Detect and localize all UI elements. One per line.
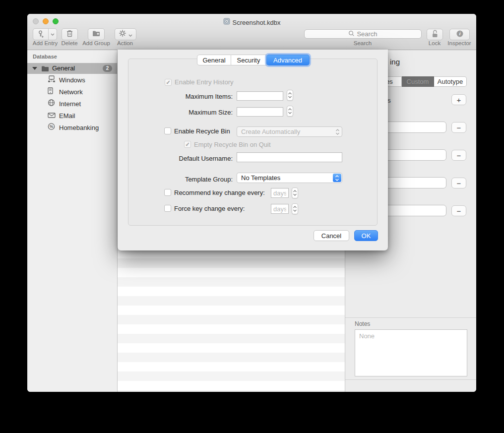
document-icon [223,18,230,27]
divider [345,379,476,380]
recommend-key-change-label: Recommend key change every: [174,189,265,196]
sidebar-item-label: Homebanking [59,124,99,131]
ok-button[interactable]: OK [354,230,378,241]
divider [345,317,476,318]
search-icon [348,30,355,38]
sidebar-item-label: EMail [59,112,75,120]
lock-icon [431,29,439,40]
server-icon [48,87,53,96]
database-settings-dialog: General Security Advanced ✓ Enable Entry… [118,50,388,250]
popup-chevrons-icon [335,128,340,137]
force-key-change-days-input [271,204,289,214]
add-custom-field-button[interactable]: + [451,94,466,105]
default-username-label: Default Username: [137,154,233,164]
notes-textarea[interactable] [355,329,467,376]
enable-recycle-bin-checkbox[interactable] [164,127,171,134]
force-key-change-label: Force key change every: [174,205,245,212]
trash-icon [66,30,73,39]
sidebar-item-windows[interactable]: Windows [27,74,117,86]
folder-icon [41,65,49,74]
app-window: Screenshot.kdbx Add Entry Delete Add Gro… [27,14,476,392]
disclosure-triangle-icon[interactable] [32,67,37,70]
sidebar-item-internet[interactable]: Internet [27,98,117,110]
recommend-key-change-days-input [271,188,289,198]
sidebar-item-email[interactable]: EMail [27,110,117,122]
sidebar-item-network[interactable]: Network [27,86,117,98]
search-placeholder: Search [357,30,377,38]
inspector-title: ing [390,58,400,66]
svg-text:%: % [50,124,54,129]
chevron-down-icon [128,30,132,39]
action-label: Action [113,40,137,46]
sidebar-item-general[interactable]: General 2 [27,63,117,74]
popup-chevrons-icon [333,174,341,182]
empty-recycle-bin-checkbox: ✓ [184,141,191,148]
add-group-button[interactable] [88,28,105,40]
maximum-size-stepper[interactable] [287,106,293,117]
delete-label: Delete [57,40,82,46]
maximum-size-input[interactable] [237,107,283,117]
search-label: Search [338,40,387,46]
delete-button[interactable] [62,28,78,40]
remove-custom-field-button[interactable]: − [451,205,466,216]
template-group-label: Template Group: [137,174,233,185]
tab-general[interactable]: General [197,55,231,65]
sidebar-item-label: Internet [59,100,81,108]
lock-button[interactable] [427,29,443,40]
remove-custom-field-button[interactable]: − [451,178,466,188]
empty-recycle-bin-label: Empty Recycle Bin on Quit [194,141,271,148]
envelope-icon [48,111,56,120]
template-group-popup[interactable]: No Templates [237,173,342,183]
popup-value: Create Automatically [241,127,300,136]
add-group-label: Add Group [79,40,114,46]
notes-label: Notes [355,320,370,327]
sidebar-item-label: General [52,64,75,72]
gear-icon [119,29,126,39]
maximum-size-label: Maximum Size: [137,108,233,117]
settings-tabbar: General Security Advanced [197,55,310,65]
tab-advanced[interactable]: Advanced [266,55,310,65]
key-plus-icon [33,29,49,40]
entry-count-badge: 2 [103,65,112,72]
recommend-key-change-stepper [292,187,298,198]
maximum-items-label: Maximum Items: [137,92,233,101]
enable-entry-history-checkbox: ✓ [165,79,172,86]
maximum-items-input[interactable] [237,91,283,101]
window-title: Screenshot.kdbx [233,19,281,26]
force-key-change-stepper [292,203,298,214]
inspector-tab-custom[interactable]: Custom [402,76,434,87]
sidebar: Database General 2 Windows Network Inter… [27,50,118,392]
enable-recycle-bin-label: Enable Recycle Bin [174,127,230,135]
remove-custom-field-button[interactable]: − [451,122,466,133]
inspector-tab-autotype[interactable]: Autotype [434,76,467,87]
remove-custom-field-button[interactable]: − [451,150,466,161]
folder-plus-icon [92,30,100,39]
maximum-items-stepper[interactable] [287,90,293,101]
add-entry-button[interactable] [33,28,57,40]
sidebar-item-homebanking[interactable]: % Homebanking [27,122,117,133]
svg-text:i: i [459,31,460,36]
sidebar-item-label: Network [59,88,83,96]
action-button[interactable] [115,28,136,40]
recommend-key-change-checkbox[interactable] [164,189,171,196]
inspector-label: Inspector [442,40,476,46]
tab-security[interactable]: Security [231,55,266,65]
default-username-input[interactable] [237,152,342,162]
inspector-button[interactable]: i [449,29,470,40]
force-key-change-checkbox[interactable] [164,205,171,212]
globe-icon [48,99,55,109]
sidebar-item-label: Windows [59,76,85,84]
search-input[interactable]: Search [304,29,422,39]
window-title-area: Screenshot.kdbx [27,18,476,27]
recycle-bin-mode-popup: Create Automatically [237,126,342,137]
popup-value: No Templates [241,173,280,183]
sidebar-section-header: Database [33,54,57,60]
cancel-button[interactable]: Cancel [314,230,349,241]
workstation-icon [48,75,56,84]
titlebar-toolbar: Screenshot.kdbx Add Entry Delete Add Gro… [27,14,476,50]
enable-entry-history-label: Enable Entry History [175,78,234,86]
info-icon: i [456,30,464,40]
percent-icon: % [48,123,55,132]
add-entry-dropdown[interactable] [49,29,57,40]
